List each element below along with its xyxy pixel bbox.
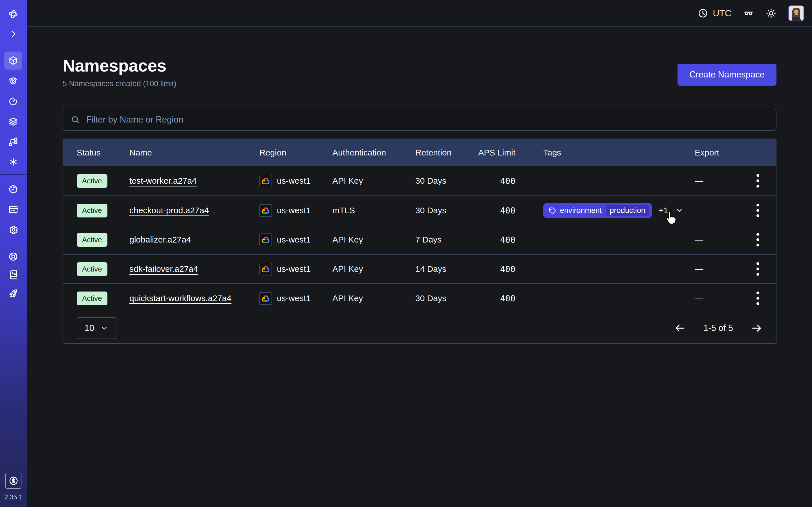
retention-cell: 14 Days [415,264,467,274]
app-version: 2.35.1 [0,494,27,501]
sidebar-item-nexus[interactable] [4,153,22,171]
retention-cell: 30 Days [415,176,467,186]
page-subtitle: 5 Namespaces created (100 limit) [63,79,776,88]
tag-pill[interactable]: environment production [543,203,652,218]
tag-key: environment [560,206,602,215]
labs-glasses-icon[interactable] [743,8,754,18]
gear-icon [8,225,18,235]
cube-icon [8,55,18,66]
aps-limit-cell: 400 [467,206,515,216]
sidebar-expand-button[interactable] [4,25,22,43]
sidebar-item-billing[interactable] [4,201,22,219]
sidebar-item-workflows[interactable] [4,133,22,151]
export-cell: — [695,176,740,186]
temporal-logo[interactable] [4,5,22,23]
col-aps-limit: APS Limit [467,148,515,158]
sidebar-item-settings[interactable] [4,221,22,239]
col-status: Status [77,148,130,158]
table-row: Active test-worker.a27a4 us-west1 API Ke… [63,166,776,195]
prev-page-arrow[interactable] [674,322,686,334]
gcp-region-icon [259,204,272,217]
tags-expand-chevron-icon[interactable] [675,206,683,215]
aps-limit-cell: 400 [467,264,515,274]
page-size-select[interactable]: 10 [77,317,116,339]
status-badge: Active [77,204,107,217]
table-footer: 10 1-5 of 5 [63,313,776,343]
row-menu-button[interactable] [749,231,767,248]
region-label: us-west1 [277,206,311,215]
tag-icon [548,207,556,214]
tag-value: production [606,205,649,216]
table-row: Active quickstart-workflows.a27a4 us-wes… [63,283,776,313]
namespace-link[interactable]: quickstart-workflows.a27a4 [130,293,232,303]
row-menu-button[interactable] [749,290,767,307]
status-badge: Active [77,233,107,247]
sidebar-item-deployments[interactable] [4,113,22,131]
auth-cell: API Key [333,176,415,186]
export-cell: — [695,264,740,274]
export-cell: — [695,293,740,303]
sidebar-divider [0,242,27,242]
sidebar-item-support[interactable] [4,247,22,266]
namespace-link[interactable]: globalizer.a27a4 [130,235,191,244]
row-menu-button[interactable] [749,261,767,277]
region-label: us-west1 [277,176,311,186]
asterisk-icon [8,157,18,167]
table-body: Active test-worker.a27a4 us-west1 API Ke… [63,166,776,313]
tags-cell: environment production +1 [515,203,695,218]
namespace-link[interactable]: sdk-failover.a27a4 [130,264,198,274]
row-menu-button[interactable] [749,202,767,219]
dollar-badge-icon [8,476,18,486]
chevron-down-icon [100,324,108,332]
next-page-arrow[interactable] [751,322,762,334]
col-retention: Retention [415,148,467,158]
col-authentication: Authentication [333,148,415,158]
book-sparkles-icon [8,270,18,280]
region-label: us-west1 [277,264,311,274]
region-label: us-west1 [277,293,311,303]
timezone-button[interactable]: UTC [698,8,731,18]
sidebar-item-usage[interactable] [4,180,22,198]
chevron-right-icon [8,29,18,39]
page-size-value: 10 [85,323,94,333]
export-cell: — [695,206,740,215]
export-cell: — [695,235,740,244]
row-menu-button[interactable] [749,172,767,189]
status-badge: Active [77,262,107,276]
temporal-logo-icon [8,9,18,19]
table-row: Active checkout-prod.a27a4 us-west1 mTLS… [63,195,776,225]
sidebar-item-getting-started[interactable] [4,284,22,302]
filter-input[interactable] [86,115,769,125]
region-label: us-west1 [277,235,311,244]
page-range: 1-5 of 5 [703,323,733,333]
clock-icon [698,8,708,18]
gcp-region-icon [259,292,272,305]
auth-cell: API Key [333,235,415,244]
theme-toggle-sun-icon[interactable] [766,8,776,18]
timer-icon [8,96,18,107]
status-badge: Active [77,291,107,305]
col-tags: Tags [515,148,695,158]
gcp-region-icon [259,175,272,187]
top-header: UTC [27,0,812,27]
sidebar-item-schedules[interactable] [4,93,22,110]
credit-card-icon [8,205,18,215]
sidebar-item-docs[interactable] [4,266,22,284]
gauge-icon [8,184,18,194]
search-box [63,109,776,131]
create-namespace-button[interactable]: Create Namespace [677,64,776,86]
namespace-link[interactable]: checkout-prod.a27a4 [130,206,209,215]
table-row: Active sdk-failover.a27a4 us-west1 API K… [63,254,776,283]
col-name: Name [130,148,259,158]
sidebar-item-namespaces[interactable] [4,52,22,69]
sidebar-item-insights[interactable] [4,72,22,90]
auth-cell: API Key [333,264,415,274]
branch-icon [8,136,18,147]
aps-limit-cell: 400 [467,235,515,245]
retention-cell: 30 Days [415,206,467,215]
namespaces-table: Status Name Region Authentication Retent… [63,138,776,344]
status-badge: Active [77,174,107,188]
sidebar-item-pricing[interactable] [5,473,21,489]
namespace-link[interactable]: test-worker.a27a4 [130,176,197,185]
user-avatar[interactable] [788,5,804,21]
